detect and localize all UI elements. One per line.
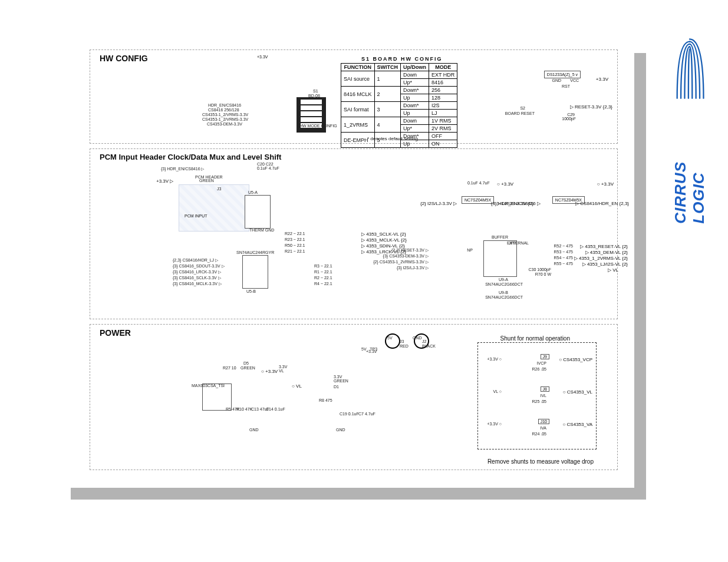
sr-b2: R2 ~ 22.1 (314, 276, 332, 280)
s1-r1-sw: 2 (374, 87, 401, 102)
reg-led-ref: D5 (243, 361, 249, 365)
sh0-jmp: J9 (541, 354, 549, 359)
s1-r3-m0: 1V RMS (429, 117, 457, 125)
buf-c30: C30 1000pF (528, 267, 551, 272)
reset-cap-val: 1000pF (562, 117, 576, 121)
s1-r3-fn: 1_2VRMS (341, 117, 375, 133)
ic-buffer (483, 240, 517, 277)
reset-pin-vcc: VCC (570, 78, 579, 82)
pcm-header-color: GREEN (199, 178, 214, 183)
banana-top-left-net: 5V (387, 336, 393, 340)
s1-r3-ud0: Down (401, 117, 429, 125)
page-shadow-bottom (71, 488, 645, 500)
cs-in-4: {3} CS8416_MCLK-3.3V ▷ (173, 282, 222, 286)
reg-r27: R27 10 (223, 366, 236, 370)
rail-3v3-hw: +3.3V (257, 55, 268, 59)
s1-th-mode: MODE (429, 64, 457, 71)
jp7-ref: JP7 (509, 241, 516, 245)
ldo33-d1: D1 (334, 385, 339, 389)
reset-supply: +3.3V (596, 77, 608, 82)
s1-th-ud: Up/Down (401, 64, 429, 71)
s1-r2-ud1: Up (401, 110, 429, 117)
buf-r1: R53 ~ 475 (554, 250, 573, 254)
ic-u9b-part: SN74AUC2G66DCT (485, 295, 523, 299)
page-shadow-right (634, 53, 646, 500)
mux-rail-3v3: +3.3V ▷ (156, 178, 173, 184)
reg-out: ○ +3.3V (261, 369, 278, 374)
s1-r1-m0: 256 (429, 87, 457, 94)
sh0-out: ○ CS4353_VCP (559, 357, 592, 362)
reset-cap-ref: C29 (567, 113, 575, 117)
reset-pin-rst: RST (562, 84, 570, 88)
cirrus-logo-text: CIRRUS LOGIC (671, 108, 708, 224)
section-mux: PCM Input Header Clock/Data Mux and Leve… (90, 148, 618, 319)
s1-r3-sw: 4 (374, 117, 401, 133)
sh2-out: ○ CS4353_VA (563, 422, 593, 427)
s1-r1-fn: 8416 MCLK (341, 87, 375, 102)
s1-r0-m1: 8416 (429, 79, 457, 87)
cirrus-logo: CIRRUS LOGIC (666, 35, 713, 224)
shunts-footnote: Remove shunts to measure voltage drop (487, 458, 594, 465)
buf-out-2: ▷ 4353_1_2VRMS-VL {2} (574, 256, 628, 261)
sr-b1: R1 ~ 22.1 (314, 270, 332, 274)
s1-r4-m1: ON (429, 140, 457, 148)
sh2-rail: +3.3V ○ (487, 422, 502, 426)
s1-r1-m1: 128 (429, 94, 457, 102)
ic-u5b-ref: U5-B (246, 289, 256, 293)
ic-u6: NC7SZ04M5X (462, 196, 494, 204)
mux-out-1: ▷ 4353_MCLK-VL {2} (361, 237, 407, 243)
s1-table-footnote: * denotes default setting (367, 136, 418, 141)
buf-in-1: {3} CS4353-DEM-3.3V ▷ (383, 254, 429, 259)
j3-ref: J3 (400, 339, 404, 343)
section-power: POWER MAX603CSA_TSI ○ +3.3V GREEN D5 R27… (90, 324, 618, 470)
reset-sw-label: BOARD RESET (505, 111, 535, 115)
cs-in-2: {3} CS8416_LRCK-3.3V ▷ (173, 270, 221, 275)
ic-u9a-ref: U9-A (499, 277, 508, 282)
s1-r0-sw: 1 (374, 71, 401, 87)
s1-r3-m1: 2V RMS (429, 125, 457, 133)
s1-r2-m1: LJ (429, 110, 457, 117)
sh2-label: IVA (540, 426, 546, 430)
dip-ref: S1 (313, 89, 318, 93)
buf-r0: R52 ~ 475 (554, 244, 573, 248)
pcm-header-area (179, 184, 249, 232)
therm-gnd-label: THERM GND (249, 228, 274, 232)
jp-reg-label: 3.3VVL (279, 365, 287, 373)
s1-config-table: FUNCTION SWITCH Up/Down MODE SAI source1… (341, 63, 457, 148)
ic-u9a-part: SN74AUC2G66DCT (485, 282, 523, 286)
sh1-label: IVL (540, 394, 546, 398)
ldo33-gnd: GND (336, 428, 345, 432)
u11-rail: ○ +3.3V (597, 181, 614, 187)
net-hw-3: CS4353-1_2/VRMS-3.3V (202, 113, 248, 117)
mux-out-0: ▷ 4353_SCLK-VL {2} (361, 232, 406, 237)
sr-b3: R4 ~ 22.1 (314, 282, 332, 286)
buf-r2: R54 ~ 475 (554, 256, 573, 260)
reg-gnd: GND (249, 428, 259, 432)
s1-r2-sw: 3 (374, 102, 401, 117)
cs-in-0: {2,3} CS8416/HDR_LJ ▷ (173, 258, 218, 263)
s1-r2-ud0: Down* (401, 102, 429, 110)
ic-u5a-ref: U5-A (248, 190, 258, 194)
s1-r0-fn: SAI source (341, 71, 375, 87)
sh0-label: IVCP (537, 361, 546, 365)
section-hw-config: HW CONFIG +3.3V HDR_EN/CS8416 CS8416 256… (90, 49, 618, 144)
reset-ic-part: DS1233A(Z)_5 v (547, 72, 578, 77)
u6-caps: 0.1uF 4.7uF (467, 181, 490, 185)
pcm-header-ref: J3 (217, 187, 221, 191)
ic-u9b-ref: U9-B (499, 290, 508, 295)
s1-r0-ud0: Down (401, 71, 429, 79)
cs-in-3: {3} CS8416_SCLK-3.3V ▷ (173, 276, 221, 280)
j2-label: BLACK (422, 344, 436, 348)
ic-buffer-title: BUFFER (492, 235, 508, 239)
net-hw-2: CS8416 256/128 (208, 108, 239, 112)
reset-ic: DS1233A(Z)_5 v (544, 71, 581, 78)
sr-a3: R21 ~ 22.1 (285, 249, 305, 253)
u11-in: {3} HDR_EN/CS8416 ▷ (491, 201, 541, 206)
buf-in-3: {3} I2S/LJ-3.3V ▷ (397, 266, 429, 270)
s1-r0-ud1: Up* (401, 79, 429, 87)
s1-th-sw: SWITCH (374, 64, 401, 71)
hw-mode-config-label: HW MODE CONFIG (299, 124, 337, 128)
reg-led-color: GREEN (241, 366, 255, 370)
s1-r1-ud1: Up (401, 94, 429, 102)
section-title-hw: HW CONFIG (100, 54, 148, 63)
